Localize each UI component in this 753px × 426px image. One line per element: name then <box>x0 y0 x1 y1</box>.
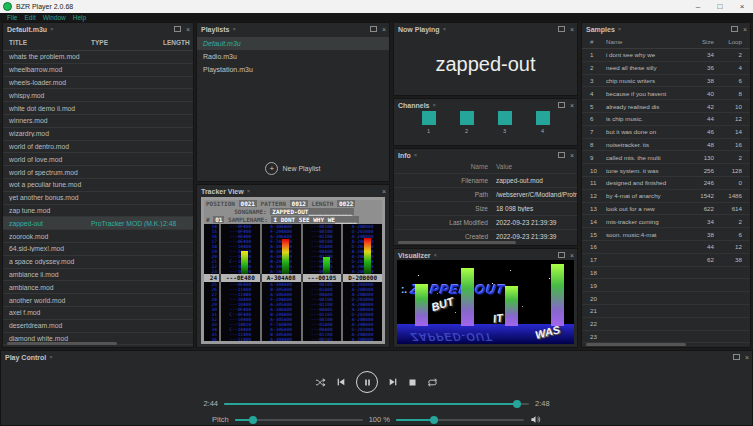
menu-item[interactable]: Help <box>73 14 86 21</box>
table-row[interactable]: world of dentro.mod <box>3 141 193 154</box>
tab-close-icon[interactable]: × <box>414 152 418 158</box>
table-row[interactable]: whats the problem.mod <box>3 51 193 64</box>
table-row[interactable]: 14 mts-tracker coming 34 2 <box>582 215 750 228</box>
column-name[interactable]: Name <box>606 38 680 45</box>
column-loop[interactable]: Loop <box>714 38 750 45</box>
list-item[interactable]: Radio.m3u <box>197 50 389 63</box>
float-icon[interactable] <box>558 152 565 158</box>
new-playlist-button[interactable]: + New Playlist <box>197 162 389 175</box>
volume-slider-handle[interactable] <box>430 416 438 424</box>
table-row[interactable]: 8 noisetracker. its 48 16 <box>582 139 750 152</box>
table-row[interactable]: 19 <box>582 279 750 292</box>
table-row[interactable]: 16 44 12 <box>582 241 750 254</box>
tab-close-icon[interactable]: × <box>443 26 447 32</box>
table-row[interactable]: 64.sid-lymex!.mod <box>3 243 193 256</box>
minimize-icon[interactable]: – <box>687 0 709 13</box>
close-icon[interactable]: × <box>731 0 753 13</box>
speaker-icon[interactable] <box>530 414 541 425</box>
table-row[interactable]: white dot demo ii.mod <box>3 102 193 115</box>
table-row[interactable]: 20 <box>582 292 750 305</box>
table-row[interactable]: 1 i dont see why we 34 2 <box>582 49 750 62</box>
table-row[interactable]: wizardry.mod <box>3 128 193 141</box>
pause-button[interactable] <box>356 371 378 393</box>
column-number[interactable]: # <box>582 38 606 45</box>
panel-close-icon[interactable]: × <box>570 26 574 33</box>
float-icon[interactable] <box>558 102 565 108</box>
repeat-button[interactable] <box>427 377 438 388</box>
column-size[interactable]: Size <box>680 38 714 45</box>
panel-close-icon[interactable]: × <box>743 26 747 33</box>
table-row[interactable]: ambiance.mod <box>3 281 193 294</box>
table-row[interactable]: whispy.mod <box>3 89 193 102</box>
table-row[interactable]: zapped-out ProTracker MOD (M.K.) 2:48 <box>3 217 193 230</box>
table-row[interactable]: 9 called mts. the multi 130 2 <box>582 151 750 164</box>
panel-close-icon[interactable]: × <box>570 152 574 159</box>
table-row[interactable]: 3 chip music writers 38 6 <box>582 75 750 88</box>
table-row[interactable]: 11 designed and finished 246 0 <box>582 177 750 190</box>
menu-item[interactable]: Window <box>43 14 66 21</box>
table-row[interactable]: zoorook.mod <box>3 230 193 243</box>
horizontal-scrollbar[interactable] <box>398 241 516 244</box>
table-row[interactable]: world of love.mod <box>3 153 193 166</box>
table-row[interactable]: 17 62 38 <box>582 254 750 267</box>
table-row[interactable]: 7 but it was done on 46 14 <box>582 126 750 139</box>
tab-close-icon[interactable]: × <box>49 354 53 360</box>
tab-close-icon[interactable]: × <box>618 26 622 32</box>
pitch-slider-handle[interactable] <box>249 416 257 424</box>
channel[interactable]: 1 <box>422 111 436 145</box>
panel-close-icon[interactable]: × <box>382 188 386 195</box>
pitch-slider[interactable] <box>235 419 363 421</box>
table-row[interactable]: wot a peculiar tune.mod <box>3 179 193 192</box>
seek-slider-handle[interactable] <box>513 400 521 408</box>
column-title[interactable]: TITLE <box>3 39 91 46</box>
menu-item[interactable]: File <box>7 14 17 21</box>
horizontal-scrollbar[interactable] <box>586 343 686 346</box>
table-row[interactable]: wheelbarrow.mod <box>3 64 193 77</box>
maximize-icon[interactable]: □ <box>709 0 731 13</box>
table-row[interactable]: 21 <box>582 305 750 318</box>
table-row[interactable]: 6 is chip music. 44 12 <box>582 113 750 126</box>
float-icon[interactable] <box>558 26 565 32</box>
list-item[interactable]: Default.m3u <box>197 37 389 50</box>
channel[interactable]: 2 <box>460 111 474 145</box>
float-icon[interactable] <box>733 354 740 360</box>
table-row[interactable]: 12 by 4-mat of anarchy 1542 1486 <box>582 190 750 203</box>
tab-close-icon[interactable]: × <box>434 252 438 258</box>
tab-close-icon[interactable]: × <box>247 188 251 194</box>
table-row[interactable]: 15 soon. music:4-mat 38 6 <box>582 228 750 241</box>
menu-item[interactable]: Edit <box>24 14 35 21</box>
float-icon[interactable] <box>174 26 181 32</box>
table-row[interactable]: a space odyssey.mod <box>3 256 193 269</box>
horizontal-scrollbar[interactable] <box>7 342 117 345</box>
stop-button[interactable] <box>408 378 417 387</box>
table-row[interactable]: 5 already realised dis 42 10 <box>582 100 750 113</box>
column-length[interactable]: LENGTH <box>163 39 193 46</box>
table-row[interactable]: 23 <box>582 331 750 344</box>
volume-slider[interactable] <box>396 419 524 421</box>
table-row[interactable]: world of spectrum.mod <box>3 166 193 179</box>
channel[interactable]: 3 <box>498 111 512 145</box>
shuffle-button[interactable] <box>315 377 326 388</box>
table-row[interactable]: 22 <box>582 318 750 331</box>
table-row[interactable]: dimensions.mod <box>3 345 193 348</box>
panel-close-icon[interactable]: × <box>570 252 574 259</box>
table-row[interactable]: 4 because if you havent 40 8 <box>582 87 750 100</box>
table-row[interactable]: 18 <box>582 267 750 280</box>
float-icon[interactable] <box>370 26 377 32</box>
table-row[interactable]: wheels-loader.mod <box>3 77 193 90</box>
seek-slider[interactable] <box>224 403 529 405</box>
list-item[interactable]: Playstation.m3u <box>197 63 389 76</box>
tab-close-icon[interactable]: × <box>232 26 236 32</box>
table-row[interactable]: ambiance ii.mod <box>3 269 193 282</box>
panel-close-icon[interactable]: × <box>382 26 386 33</box>
table-row[interactable]: yet another bonus.mod <box>3 192 193 205</box>
panel-close-icon[interactable]: × <box>186 26 190 33</box>
table-row[interactable]: axel f.mod <box>3 307 193 320</box>
channel[interactable]: 4 <box>536 111 550 145</box>
previous-button[interactable] <box>336 377 346 387</box>
table-row[interactable]: winners.mod <box>3 115 193 128</box>
tab-close-icon[interactable]: × <box>50 26 54 32</box>
tab-close-icon[interactable]: × <box>433 102 437 108</box>
table-row[interactable]: 10 tone system. it was 256 128 <box>582 164 750 177</box>
float-icon[interactable] <box>731 26 738 32</box>
